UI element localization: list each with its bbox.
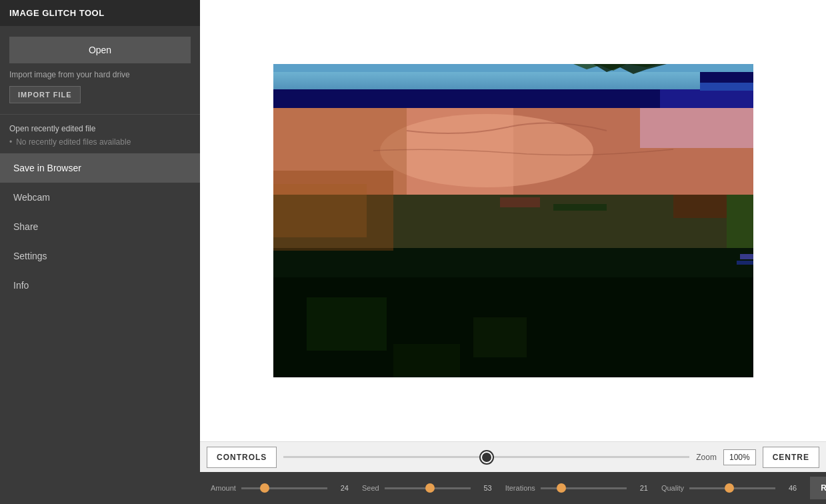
sidebar: IMAGE GLITCH TOOL Open Import image from… xyxy=(0,0,200,504)
svg-rect-26 xyxy=(273,64,753,72)
recent-section: Open recently edited file No recently ed… xyxy=(0,115,200,153)
glitch-image xyxy=(273,64,753,377)
quality-label: Quality xyxy=(661,484,684,492)
open-section: Open Import image from your hard drive I… xyxy=(0,26,200,115)
import-file-button[interactable]: IMPORT FILE xyxy=(9,86,81,103)
svg-rect-4 xyxy=(700,71,753,84)
zoom-label: Zoom xyxy=(696,453,717,462)
svg-rect-22 xyxy=(473,317,527,357)
seed-group: Seed 53 xyxy=(362,484,492,492)
import-description: Import image from your hard drive xyxy=(9,70,191,79)
amount-group: Amount 24 xyxy=(211,484,349,492)
svg-rect-2 xyxy=(273,89,660,108)
recent-none-text: No recently edited files available xyxy=(9,137,191,147)
controls-bar: CONTROLS Zoom 100% CENTRE xyxy=(200,441,826,472)
app-title: IMAGE GLITCH TOOL xyxy=(0,0,200,26)
zoom-value: 100% xyxy=(723,449,756,465)
svg-rect-11 xyxy=(640,108,753,148)
position-slider[interactable] xyxy=(283,456,689,458)
quality-slider[interactable] xyxy=(689,487,775,489)
svg-point-9 xyxy=(380,114,593,187)
svg-rect-23 xyxy=(393,344,460,377)
position-slider-container xyxy=(283,456,689,458)
quality-group: Quality 46 xyxy=(661,484,797,492)
svg-rect-28 xyxy=(737,261,753,265)
centre-button[interactable]: CENTRE xyxy=(763,447,819,468)
randomise-button[interactable]: RANDOMISE xyxy=(810,477,826,499)
svg-rect-5 xyxy=(700,83,753,91)
sliders-bar: Amount 24 Seed 53 Iterations 21 Quality … xyxy=(200,472,826,504)
seed-slider[interactable] xyxy=(385,487,471,489)
iterations-value: 21 xyxy=(632,484,648,492)
amount-slider[interactable] xyxy=(241,487,327,489)
recent-label: Open recently edited file xyxy=(9,124,191,133)
sidebar-nav: Save in Browser Webcam Share Settings In… xyxy=(0,153,200,504)
glitch-svg xyxy=(273,64,753,377)
main-area: CONTROLS Zoom 100% CENTRE Amount 24 Seed… xyxy=(200,0,826,504)
sidebar-item-save-browser[interactable]: Save in Browser xyxy=(0,153,200,183)
canvas-area xyxy=(200,0,826,441)
amount-label: Amount xyxy=(211,484,236,492)
svg-rect-16 xyxy=(673,195,727,218)
seed-value: 53 xyxy=(476,484,492,492)
sidebar-item-settings[interactable]: Settings xyxy=(0,241,200,271)
controls-button[interactable]: CONTROLS xyxy=(207,447,277,468)
svg-rect-15 xyxy=(553,204,607,211)
iterations-slider[interactable] xyxy=(541,487,627,489)
iterations-label: Iterations xyxy=(505,484,535,492)
svg-rect-27 xyxy=(740,254,753,259)
sidebar-item-info[interactable]: Info xyxy=(0,271,200,300)
svg-rect-17 xyxy=(727,195,753,248)
quality-value: 46 xyxy=(781,484,797,492)
amount-value: 24 xyxy=(333,484,349,492)
svg-rect-21 xyxy=(307,297,387,351)
svg-rect-3 xyxy=(660,89,753,108)
seed-label: Seed xyxy=(362,484,379,492)
svg-rect-14 xyxy=(500,197,540,207)
open-button[interactable]: Open xyxy=(9,37,191,63)
svg-rect-25 xyxy=(273,184,367,237)
canvas-container: CONTROLS Zoom 100% CENTRE xyxy=(200,0,826,472)
iterations-group: Iterations 21 xyxy=(505,484,648,492)
sidebar-item-share[interactable]: Share xyxy=(0,212,200,241)
sidebar-item-webcam[interactable]: Webcam xyxy=(0,183,200,212)
